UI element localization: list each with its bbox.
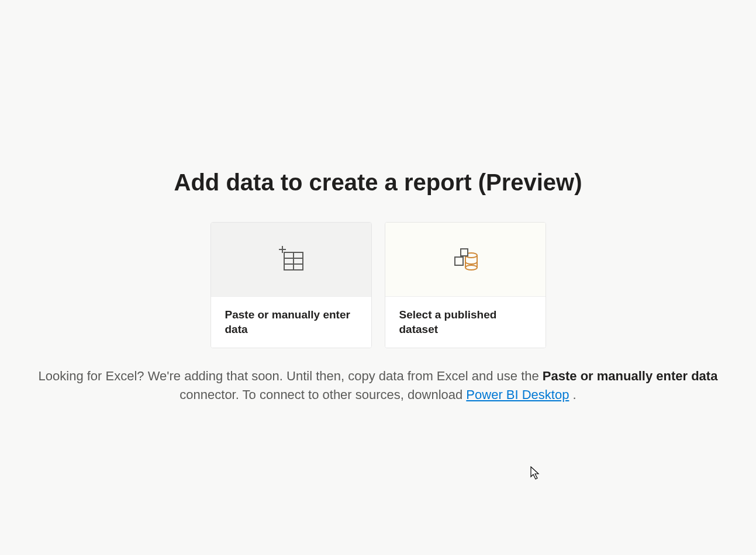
svg-rect-9 [461,249,468,256]
table-plus-icon [277,244,305,275]
page-heading: Add data to create a report (Preview) [174,169,582,196]
dataset-card-label: Select a published dataset [399,307,531,337]
dataset-card-icon-area [385,223,546,296]
card-row: Paste or manually enter data [210,222,546,348]
help-text: Looking for Excel? We're adding that soo… [16,367,741,404]
power-bi-desktop-link[interactable]: Power BI Desktop [466,387,569,402]
help-text-bold: Paste or manually enter data [543,369,718,383]
svg-rect-8 [455,257,463,265]
add-data-container: Add data to create a report (Preview) Pa… [0,0,756,404]
paste-enter-data-card[interactable]: Paste or manually enter data [210,222,372,348]
help-text-part3: . [573,387,577,402]
svg-point-7 [465,265,477,270]
dataset-icon [450,243,481,276]
paste-card-icon-area [211,223,371,296]
paste-card-label: Paste or manually enter data [225,307,357,337]
help-text-part1: Looking for Excel? We're adding that soo… [39,369,543,383]
select-dataset-card[interactable]: Select a published dataset [385,222,546,348]
help-text-part2: connector. To connect to other sources, … [179,387,466,402]
cursor-icon [530,466,541,483]
